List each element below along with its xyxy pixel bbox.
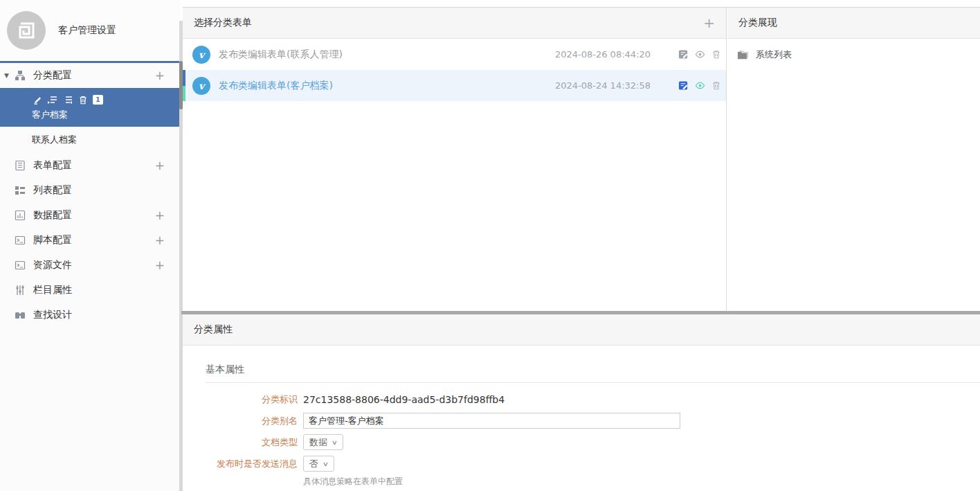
sidebar-item-column-properties[interactable]: 栏目属性	[0, 278, 180, 303]
sidebar-item-label: 资源文件	[33, 259, 72, 271]
form-row-title: 发布类编辑表单(客户档案)	[219, 80, 333, 92]
add-category-icon[interactable]: +	[155, 70, 165, 82]
display-item-label: 系统列表	[756, 48, 792, 61]
edit-form-icon[interactable]	[678, 49, 689, 60]
form-row-timestamp: 2024-08-26 08:44:20	[555, 49, 651, 60]
edit-form-icon[interactable]	[678, 80, 689, 91]
properties-header: 分类属性	[183, 314, 980, 346]
workspace: 选择分类表单 + v 发布类编辑表单(联系人管理) 2024-08-26 08:…	[183, 7, 980, 491]
add-resource-icon[interactable]: +	[155, 260, 165, 271]
chevron-down-icon: ∨	[323, 461, 329, 467]
sidebar-item-customer-archive[interactable]: 1 客户档案	[0, 88, 180, 127]
section-title: 基本属性	[206, 364, 980, 383]
expand-arrow-icon[interactable]: ▼	[4, 72, 9, 79]
app-logo-icon	[7, 11, 46, 50]
category-alias-input[interactable]	[303, 413, 680, 429]
add-script-icon[interactable]: +	[155, 235, 165, 247]
delete-category-icon[interactable]	[78, 94, 89, 105]
selected-value: 数据	[309, 436, 327, 449]
properties-content: 基本属性 分类标识 27c13588-8806-4dd9-aad5-d3b7fd…	[183, 346, 980, 488]
list-icon	[14, 184, 26, 197]
selected-value: 否	[309, 458, 318, 470]
add-sibling-above-icon[interactable]	[47, 94, 58, 105]
form-list-header: 选择分类表单 +	[183, 8, 726, 39]
doc-type-select[interactable]: 数据 ∨	[303, 434, 343, 450]
terminal-icon	[14, 234, 26, 247]
selected-row-accent	[183, 70, 185, 101]
sidebar-item-label: 分类配置	[33, 69, 72, 82]
add-form-icon[interactable]: +	[703, 16, 715, 30]
chevron-down-icon: ∨	[332, 439, 338, 446]
app-header: 客户管理设置	[0, 0, 180, 61]
add-sibling-below-icon[interactable]	[62, 94, 73, 105]
field-label: 分类标识	[206, 391, 298, 408]
preview-eye-icon[interactable]	[695, 49, 705, 60]
field-category-id: 分类标识 27c13588-8806-4dd9-aad5-d3b7fd98ffb…	[206, 391, 980, 408]
form-row-title: 发布类编辑表单(联系人管理)	[219, 48, 343, 61]
field-label: 分类别名	[206, 413, 298, 429]
delete-form-icon[interactable]	[711, 80, 722, 91]
add-form-config-icon[interactable]: +	[155, 160, 165, 172]
sidebar: 客户管理设置 ▼ 分类配置 +	[0, 0, 180, 491]
bar-chart-icon	[14, 209, 26, 222]
sidebar-nav: ▼ 分类配置 +	[0, 63, 180, 328]
sidebar-item-contact-archive[interactable]: 联系人档案	[0, 127, 180, 153]
sidebar-item-data-config[interactable]: 数据配置 +	[0, 203, 180, 228]
delete-form-icon[interactable]	[711, 49, 722, 60]
field-label: 发布时是否发送消息	[206, 456, 298, 472]
properties-panel: 分类属性 基本属性 分类标识 27c13588-8806-4dd9-aad5-d…	[183, 314, 980, 491]
category-toolbar: 1	[32, 93, 180, 107]
sidebar-item-label: 列表配置	[33, 184, 72, 197]
terminal-icon	[14, 259, 26, 271]
sidebar-item-label: 栏目属性	[33, 284, 72, 296]
form-type-icon: v	[192, 77, 210, 95]
sidebar-item-category-config[interactable]: ▼ 分类配置 +	[0, 63, 180, 88]
sidebar-item-label: 脚本配置	[33, 234, 72, 247]
sidebar-item-label: 客户档案	[32, 109, 180, 121]
display-item-system-list[interactable]: 系统列表	[727, 42, 980, 68]
form-row-contact[interactable]: v 发布类编辑表单(联系人管理) 2024-08-26 08:44:20	[183, 39, 726, 70]
app-window: 客户管理设置 ▼ 分类配置 +	[0, 0, 980, 491]
send-message-select[interactable]: 否 ∨	[303, 456, 334, 472]
edit-category-icon[interactable]	[32, 94, 43, 105]
preview-eye-icon[interactable]	[695, 80, 705, 91]
sort-order-icon[interactable]: 1	[93, 95, 103, 105]
panel-title: 分类展现	[738, 17, 777, 29]
display-panel: 分类展现 系统列表	[727, 8, 980, 311]
properties-form: 分类标识 27c13588-8806-4dd9-aad5-d3b7fd98ffb…	[206, 391, 980, 488]
panel-title: 选择分类表单	[194, 17, 252, 29]
add-data-config-icon[interactable]: +	[155, 210, 165, 222]
field-doc-type: 文档类型 数据 ∨	[206, 434, 980, 451]
folder-icon	[737, 50, 749, 60]
sidebar-item-resource-files[interactable]: 资源文件 +	[0, 253, 180, 278]
field-label: 文档类型	[206, 434, 298, 451]
display-panel-header: 分类展现	[727, 8, 980, 39]
form-row-customer[interactable]: v 发布类编辑表单(客户档案) 2024-08-24 14:32:58	[183, 70, 726, 101]
sidebar-item-form-config[interactable]: 表单配置 +	[0, 153, 180, 178]
sidebar-item-label: 数据配置	[33, 209, 72, 222]
form-type-icon: v	[192, 46, 210, 64]
sliders-icon	[14, 284, 26, 296]
form-row-timestamp: 2024-08-24 14:32:58	[555, 80, 651, 91]
form-list-panel: 选择分类表单 + v 发布类编辑表单(联系人管理) 2024-08-26 08:…	[183, 8, 727, 311]
tree-icon	[14, 69, 26, 82]
panel-title: 分类属性	[194, 323, 233, 336]
sidebar-item-label: 联系人档案	[32, 134, 77, 146]
category-id-value: 27c13588-8806-4dd9-aad5-d3b7fd98ffb4	[303, 391, 505, 408]
binoculars-icon	[14, 309, 26, 321]
app-title: 客户管理设置	[58, 24, 116, 37]
sidebar-item-list-config[interactable]: 列表配置	[0, 178, 180, 203]
sidebar-item-script-config[interactable]: 脚本配置 +	[0, 228, 180, 253]
field-send-message: 发布时是否发送消息 否 ∨ 具体消息策略在表单中配置	[206, 456, 980, 488]
row-actions	[678, 80, 722, 91]
sidebar-item-label: 表单配置	[33, 159, 72, 172]
helper-text: 具体消息策略在表单中配置	[303, 476, 403, 488]
sidebar-item-label: 查找设计	[33, 309, 72, 321]
field-category-alias: 分类别名	[206, 413, 980, 429]
form-icon	[14, 159, 26, 172]
sidebar-item-search-design[interactable]: 查找设计	[0, 303, 180, 328]
row-actions	[678, 49, 722, 60]
